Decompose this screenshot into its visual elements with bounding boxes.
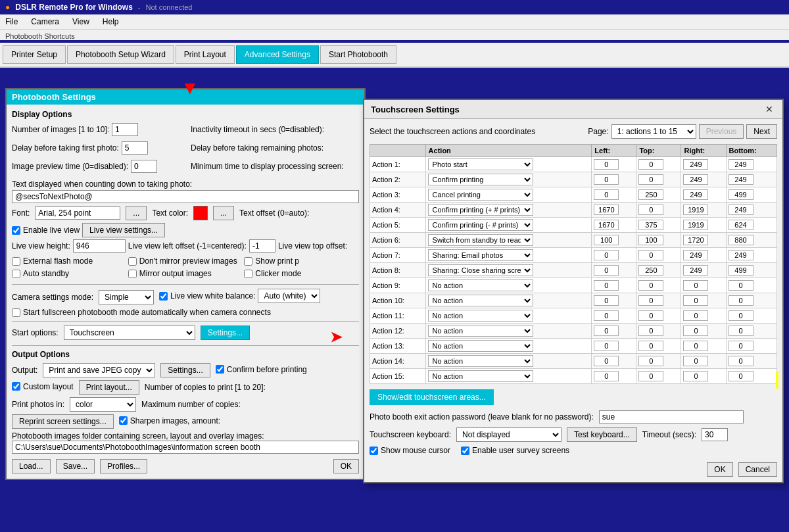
toolbar: Printer Setup Photobooth Setup Wizard Pr… (0, 43, 789, 68)
connection-status: - (138, 3, 141, 11)
print-layout-button[interactable]: Print Layout (176, 45, 235, 64)
printer-setup-button[interactable]: Printer Setup (3, 45, 66, 64)
app-icon: ● (5, 3, 10, 12)
shortcuts-label: Photobooth Shortcuts (5, 32, 784, 40)
photobooth-setup-wizard-button[interactable]: Photobooth Setup Wizard (67, 45, 174, 64)
menu-camera[interactable]: Camera (28, 16, 62, 28)
menu-help[interactable]: Help (100, 16, 122, 28)
photobooth-shortcuts-section: Photobooth Shortcuts (0, 30, 789, 40)
app-title: DSLR Remote Pro for Windows (15, 3, 133, 12)
title-bar: ● DSLR Remote Pro for Windows - Not conn… (0, 0, 789, 14)
menu-bar: File Camera View Help (0, 14, 789, 30)
menu-file[interactable]: File (3, 16, 20, 28)
menu-view[interactable]: View (70, 16, 92, 28)
start-photobooth-button[interactable]: Start Photobooth (320, 45, 396, 64)
connection-status-text: Not connected (146, 3, 193, 11)
advanced-settings-button[interactable]: Advanced Settings (236, 45, 319, 64)
